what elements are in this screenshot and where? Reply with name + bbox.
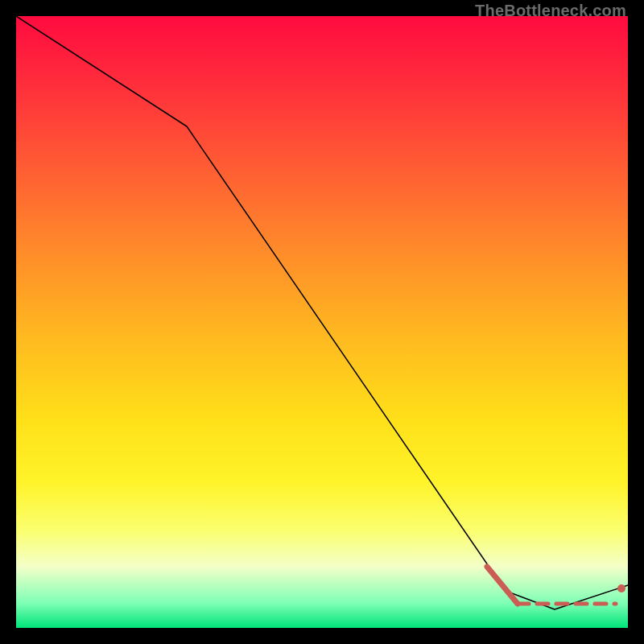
end-dot <box>617 584 625 592</box>
chart-overlay <box>16 16 628 628</box>
main-curve-line <box>16 16 628 609</box>
highlight-drop-line <box>487 567 518 604</box>
chart-stage: TheBottleneck.com <box>0 0 644 644</box>
